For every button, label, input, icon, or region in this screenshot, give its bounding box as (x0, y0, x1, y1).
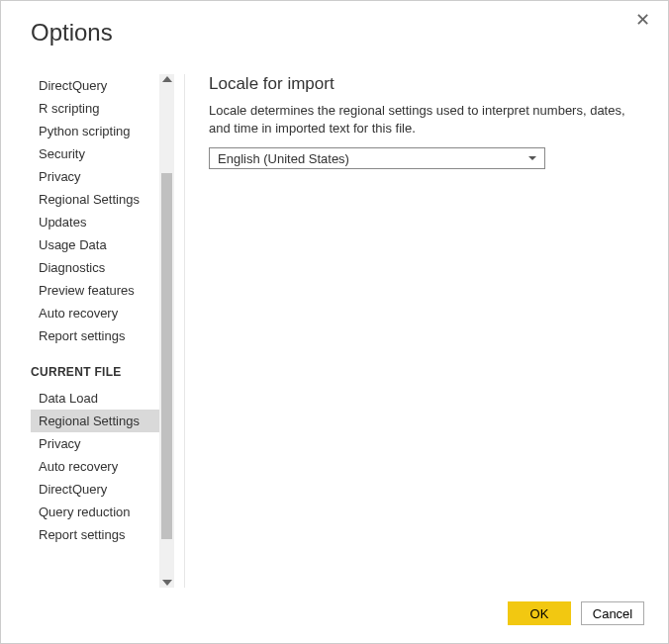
chevron-down-icon (528, 156, 536, 160)
dialog-title: Options (31, 19, 113, 46)
sidebar-item-global-0[interactable]: DirectQuery (31, 74, 159, 97)
sidebar-item-global-11[interactable]: Report settings (31, 324, 159, 347)
sidebar-item-global-5[interactable]: Regional Settings (31, 188, 159, 211)
sidebar-item-file-2[interactable]: Privacy (31, 432, 159, 455)
locale-dropdown-value: English (United States) (218, 151, 349, 166)
sidebar-item-global-8[interactable]: Diagnostics (31, 256, 159, 279)
content-description: Locale determines the regional settings … (209, 102, 638, 138)
locale-dropdown[interactable]: English (United States) (209, 147, 545, 169)
sidebar-item-global-10[interactable]: Auto recovery (31, 302, 159, 324)
sidebar-item-file-0[interactable]: Data Load (31, 387, 159, 410)
sidebar-item-global-6[interactable]: Updates (31, 211, 159, 233)
sidebar-item-file-3[interactable]: Auto recovery (31, 455, 159, 478)
sidebar-item-global-2[interactable]: Python scripting (31, 120, 159, 142)
sidebar-item-file-1[interactable]: Regional Settings (31, 410, 159, 432)
content-heading: Locale for import (209, 74, 638, 94)
sidebar-item-global-3[interactable]: Security (31, 142, 159, 165)
sidebar-item-file-5[interactable]: Query reduction (31, 501, 159, 523)
scroll-thumb[interactable] (161, 173, 172, 539)
content-pane: Locale for import Locale determines the … (184, 74, 638, 588)
ok-button[interactable]: OK (508, 601, 571, 625)
close-icon[interactable]: ✕ (632, 13, 652, 33)
scroll-up-icon[interactable] (162, 76, 172, 82)
scroll-down-icon[interactable] (162, 580, 172, 586)
options-sidebar: DirectQueryR scriptingPython scriptingSe… (31, 74, 159, 588)
sidebar-item-global-4[interactable]: Privacy (31, 165, 159, 188)
cancel-button[interactable]: Cancel (581, 601, 644, 625)
section-header-current-file: CURRENT FILE (31, 347, 159, 387)
sidebar-item-global-7[interactable]: Usage Data (31, 233, 159, 256)
sidebar-item-file-4[interactable]: DirectQuery (31, 478, 159, 501)
sidebar-item-global-1[interactable]: R scripting (31, 97, 159, 120)
sidebar-item-file-6[interactable]: Report settings (31, 523, 159, 546)
sidebar-item-global-9[interactable]: Preview features (31, 279, 159, 302)
sidebar-scrollbar[interactable] (159, 74, 174, 588)
